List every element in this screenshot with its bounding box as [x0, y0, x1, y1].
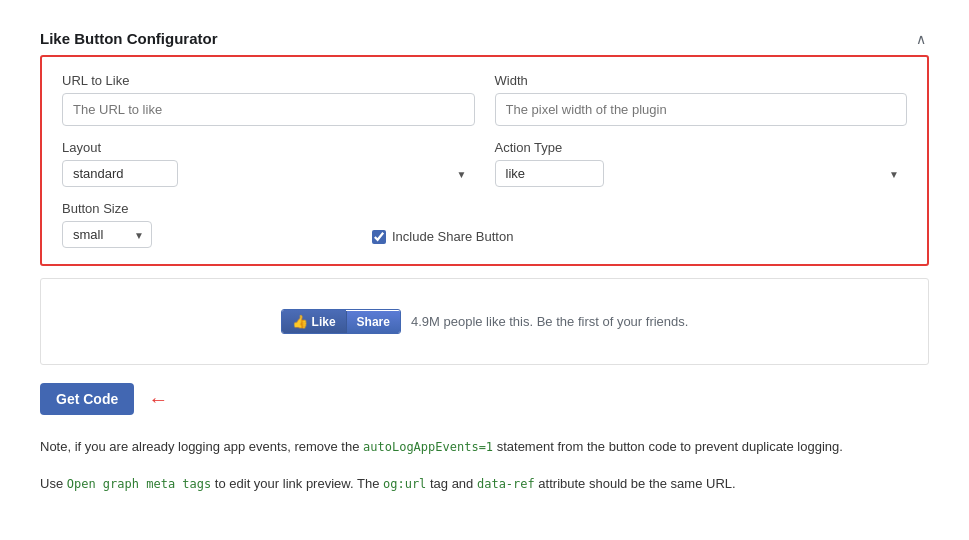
url-group: URL to Like	[62, 73, 475, 126]
preview-box: 👍 Like Share 4.9M people like this. Be t…	[40, 278, 929, 365]
config-box: URL to Like Width Layout standard button…	[40, 55, 929, 266]
include-share-checkbox[interactable]	[372, 230, 386, 244]
get-code-button[interactable]: Get Code	[40, 383, 134, 415]
use-text-4: to edit your link preview. The	[211, 476, 383, 491]
note-text-1: Note, if you are already logging app eve…	[40, 439, 363, 454]
action-type-label: Action Type	[495, 140, 908, 155]
layout-select[interactable]: standard button_count button box_count	[62, 160, 178, 187]
use-text-5: tag and	[426, 476, 477, 491]
layout-dropdown-arrow-icon: ▼	[457, 168, 467, 179]
form-row-1: URL to Like Width	[62, 73, 907, 126]
include-share-checkbox-label[interactable]: Include Share Button	[392, 229, 513, 244]
open-graph-link[interactable]: Open graph meta tags	[67, 477, 212, 491]
note-text-2: statement from the button code to preven…	[493, 439, 843, 454]
button-size-label: Button Size	[62, 201, 152, 216]
og-url-link[interactable]: og:url	[383, 477, 426, 491]
data-ref-link[interactable]: data-ref	[477, 477, 535, 491]
include-share-checkbox-row: Include Share Button	[372, 229, 513, 244]
fb-like-btn[interactable]: 👍 Like	[282, 310, 346, 333]
layout-group: Layout standard button_count button box_…	[62, 140, 475, 187]
auto-log-link[interactable]: autoLogAppEvents=1	[363, 440, 493, 454]
configurator-header: Like Button Configurator ∧	[40, 30, 929, 55]
note-paragraph-2: Use Open graph meta tags to edit your li…	[40, 474, 929, 495]
page-container: Like Button Configurator ∧ URL to Like W…	[40, 30, 929, 495]
layout-select-wrapper: standard button_count button box_count ▼	[62, 160, 475, 187]
action-select-wrapper: like recommend ▼	[495, 160, 908, 187]
configurator-title: Like Button Configurator	[40, 30, 217, 47]
button-size-select-wrapper: small large ▼	[62, 221, 152, 248]
note-paragraph-1: Note, if you are already logging app eve…	[40, 437, 929, 458]
action-type-group: Action Type like recommend ▼	[495, 140, 908, 187]
action-select[interactable]: like recommend	[495, 160, 604, 187]
action-dropdown-arrow-icon: ▼	[889, 168, 899, 179]
url-input[interactable]	[62, 93, 475, 126]
button-size-group: Button Size small large ▼	[62, 201, 152, 248]
use-text-6: attribute should be the same URL.	[535, 476, 736, 491]
chevron-up-icon[interactable]: ∧	[913, 31, 929, 47]
preview-text: 4.9M people like this. Be the first of y…	[411, 314, 688, 329]
url-label: URL to Like	[62, 73, 475, 88]
arrow-left-icon: ←	[148, 388, 168, 411]
share-label: Share	[357, 315, 390, 329]
get-code-row: Get Code ←	[40, 383, 929, 415]
like-label: Like	[312, 315, 336, 329]
width-group: Width	[495, 73, 908, 126]
form-row-2: Layout standard button_count button box_…	[62, 140, 907, 187]
width-label: Width	[495, 73, 908, 88]
layout-label: Layout	[62, 140, 475, 155]
include-share-group: Include Share Button	[172, 223, 907, 248]
button-size-select[interactable]: small large	[62, 221, 152, 248]
form-row-3: Button Size small large ▼ Include Share …	[62, 201, 907, 248]
width-input[interactable]	[495, 93, 908, 126]
fb-share-btn[interactable]: Share	[346, 311, 400, 333]
use-text-3: Use	[40, 476, 67, 491]
fb-like-widget: 👍 Like Share	[281, 309, 401, 334]
thumb-icon: 👍	[292, 314, 308, 329]
